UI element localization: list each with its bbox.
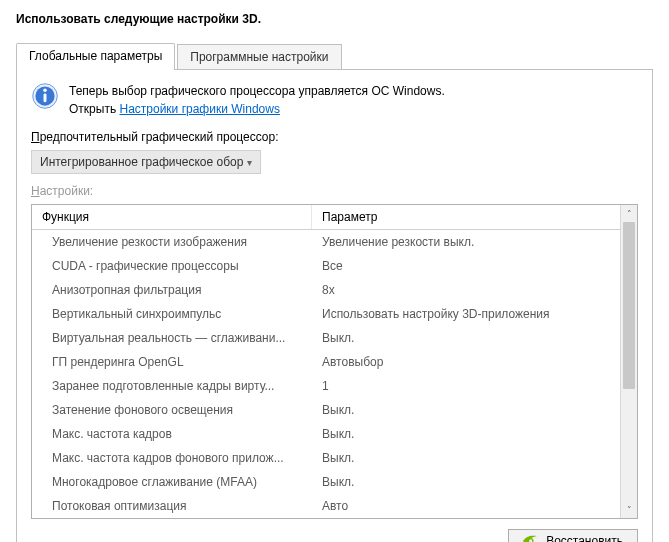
info-banner: Теперь выбор графического процессора упр… (31, 82, 638, 118)
cell-function: Вертикальный синхроимпульс (32, 302, 312, 326)
tab-program[interactable]: Программные настройки (177, 44, 341, 69)
cell-function: Макс. частота кадров фонового прилож... (32, 446, 312, 470)
cell-parameter: 8x (312, 278, 620, 302)
cell-function: Увеличение резкости изображения (32, 230, 312, 254)
info-icon (31, 82, 59, 110)
scroll-track[interactable] (621, 222, 637, 501)
cell-parameter: Использовать настройку 3D-приложения (312, 302, 620, 326)
table-row[interactable]: Макс. частота кадров фонового прилож...В… (32, 446, 620, 470)
cell-function: Многокадровое сглаживание (MFAA) (32, 470, 312, 494)
cell-parameter: 1 (312, 374, 620, 398)
info-open-prefix: Открыть (69, 102, 119, 116)
chevron-down-icon: ▾ (247, 157, 252, 168)
cell-parameter: Увеличение резкости выкл. (312, 230, 620, 254)
cell-function: Затенение фонового освещения (32, 398, 312, 422)
page-title: Использовать следующие настройки 3D. (16, 12, 653, 26)
cell-parameter: Все (312, 254, 620, 278)
settings-table: Функция Параметр Увеличение резкости изо… (31, 204, 638, 519)
nvidia-logo-icon (523, 535, 539, 542)
cell-function: Заранее подготовленные кадры вирту... (32, 374, 312, 398)
cell-function: Анизотропная фильтрация (32, 278, 312, 302)
table-row[interactable]: ГП рендеринга OpenGLАвтовыбор (32, 350, 620, 374)
tab-content-global: Теперь выбор графического процессора упр… (16, 70, 653, 542)
table-row[interactable]: Вертикальный синхроимпульсИспользовать н… (32, 302, 620, 326)
column-parameter[interactable]: Параметр (312, 205, 620, 229)
restore-button-label: Восстановить (546, 534, 623, 542)
table-row[interactable]: Макс. частота кадровВыкл. (32, 422, 620, 446)
table-row[interactable]: Заранее подготовленные кадры вирту...1 (32, 374, 620, 398)
preferred-gpu-label: Предпочтительный графический процессор: (31, 130, 638, 144)
scroll-up-icon[interactable]: ˄ (621, 205, 637, 222)
preferred-gpu-select[interactable]: Интегрированное графическое обор ▾ (31, 150, 261, 174)
preferred-gpu-value: Интегрированное графическое обор (40, 155, 243, 169)
cell-parameter: Выкл. (312, 446, 620, 470)
table-row[interactable]: Потоковая оптимизацияАвто (32, 494, 620, 518)
cell-parameter: Выкл. (312, 326, 620, 350)
cell-function: CUDA - графические процессоры (32, 254, 312, 278)
scroll-thumb[interactable] (623, 222, 635, 389)
column-function[interactable]: Функция (32, 205, 312, 229)
table-row[interactable]: Затенение фонового освещенияВыкл. (32, 398, 620, 422)
table-row[interactable]: Анизотропная фильтрация8x (32, 278, 620, 302)
settings-label: Настройки: (31, 184, 638, 198)
table-header: Функция Параметр (32, 205, 620, 230)
windows-graphics-link[interactable]: Настройки графики Windows (119, 102, 279, 116)
cell-function: Виртуальная реальность — сглаживани... (32, 326, 312, 350)
cell-parameter: Выкл. (312, 422, 620, 446)
svg-rect-2 (44, 93, 47, 102)
tab-global[interactable]: Глобальные параметры (16, 43, 175, 70)
scroll-down-icon[interactable]: ˅ (621, 501, 637, 518)
cell-parameter: Выкл. (312, 398, 620, 422)
cell-function: Макс. частота кадров (32, 422, 312, 446)
scrollbar[interactable]: ˄ ˅ (620, 205, 637, 518)
svg-point-3 (43, 89, 47, 93)
tabs-bar: Глобальные параметры Программные настрой… (16, 42, 653, 70)
info-text-line1: Теперь выбор графического процессора упр… (69, 82, 445, 100)
table-row[interactable]: Виртуальная реальность — сглаживани...Вы… (32, 326, 620, 350)
cell-function: Потоковая оптимизация (32, 494, 312, 518)
cell-parameter: Авто (312, 494, 620, 518)
cell-parameter: Выкл. (312, 470, 620, 494)
table-row[interactable]: Увеличение резкости изображенияУвеличени… (32, 230, 620, 254)
cell-function: ГП рендеринга OpenGL (32, 350, 312, 374)
cell-parameter: Автовыбор (312, 350, 620, 374)
table-row[interactable]: CUDA - графические процессорыВсе (32, 254, 620, 278)
table-row[interactable]: Многокадровое сглаживание (MFAA)Выкл. (32, 470, 620, 494)
restore-button[interactable]: Восстановить (508, 529, 638, 542)
